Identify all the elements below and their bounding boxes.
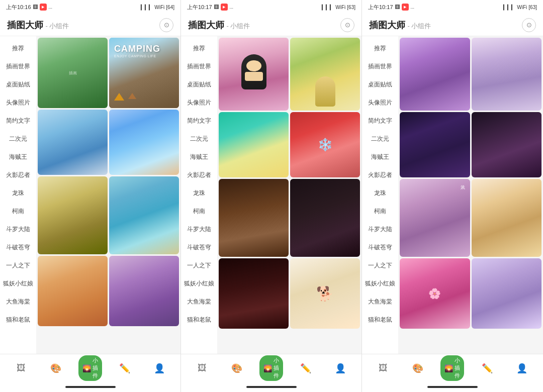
- sidebar-item-tomjerry-1[interactable]: 猫和老鼠: [0, 311, 36, 329]
- sidebar-item-conan-1[interactable]: 柯南: [0, 202, 36, 220]
- sidebar-item-portrait-3[interactable]: 头像照片: [362, 93, 398, 112]
- nav-edit-2[interactable]: ✏️: [294, 363, 318, 374]
- sidebar-item-portrait-2[interactable]: 头像照片: [181, 93, 217, 112]
- nav-profile-1[interactable]: 👤: [147, 363, 171, 374]
- nav-profile-3[interactable]: 👤: [510, 363, 534, 374]
- sidebar-item-anime-2[interactable]: 二次元: [181, 130, 217, 148]
- image-cell-3-6[interactable]: [472, 179, 542, 257]
- image-cell-2-4[interactable]: ❄️: [290, 112, 360, 177]
- sidebar-item-tomjerry-2[interactable]: 猫和老鼠: [181, 311, 217, 329]
- image-cell-3-4[interactable]: [472, 112, 542, 177]
- image-cell-3-7[interactable]: 🌸: [400, 258, 470, 329]
- sidebar-item-bigfish-1[interactable]: 大鱼海棠: [0, 292, 36, 311]
- sidebar-item-bigfish-3[interactable]: 大鱼海棠: [362, 292, 398, 311]
- sidebar-item-foxspirit-1[interactable]: 狐妖小红娘: [0, 274, 36, 292]
- image-cell-1-8[interactable]: [109, 256, 179, 326]
- sidebar-item-yirenzhixia-1[interactable]: 一人之下: [0, 256, 36, 274]
- image-cell-1-1[interactable]: 插画: [38, 38, 108, 108]
- sidebar-item-text-1[interactable]: 简约文字: [0, 112, 36, 130]
- sidebar-item-dragonball-3[interactable]: 龙珠: [362, 184, 398, 202]
- sidebar-item-illustration-2[interactable]: 插画世界: [181, 57, 217, 75]
- settings-icon-1[interactable]: ⊙: [159, 18, 173, 32]
- image-cell-3-3[interactable]: [400, 112, 470, 177]
- nav-profile-2[interactable]: 👤: [328, 363, 352, 374]
- image-cell-3-5[interactable]: 凤浓: [400, 179, 470, 257]
- sidebar-item-recommend-2[interactable]: 推荐: [181, 39, 217, 57]
- sidebar-item-naruto-1[interactable]: 火影忍者: [0, 166, 36, 184]
- sidebar-item-douluodalu-1[interactable]: 斗罗大陆: [0, 220, 36, 238]
- sidebar-item-douluodalu-3[interactable]: 斗罗大陆: [362, 220, 398, 238]
- edit-icon-2: ✏️: [300, 363, 311, 374]
- image-cell-2-2[interactable]: [290, 38, 360, 111]
- image-cell-3-1[interactable]: [400, 38, 470, 111]
- image-cell-3-8[interactable]: [472, 258, 542, 329]
- sidebar-item-doubrocangqiong-1[interactable]: 斗破苍穹: [0, 238, 36, 256]
- sidebar-item-douluodalu-2[interactable]: 斗罗大陆: [181, 220, 217, 238]
- nav-gallery-1[interactable]: 🖼: [9, 363, 33, 374]
- time-2: 上午10:17: [187, 4, 212, 11]
- image-cell-1-7[interactable]: [38, 256, 108, 326]
- nav-widget-3[interactable]: 🌄 小插件: [440, 363, 465, 374]
- nav-widget-1[interactable]: 🌄 小插件: [78, 363, 102, 374]
- sidebar-item-sticker-1[interactable]: 桌面贴纸: [0, 75, 36, 93]
- sidebar-item-tomjerry-3[interactable]: 猫和老鼠: [362, 311, 398, 329]
- sidebar-item-naruto-2[interactable]: 火影忍者: [181, 166, 217, 184]
- image-cell-2-1[interactable]: [219, 38, 289, 111]
- nav-gallery-3[interactable]: 🖼: [371, 363, 395, 374]
- image-cell-3-2[interactable]: [472, 38, 542, 111]
- sidebar-item-illustration-3[interactable]: 插画世界: [362, 57, 398, 75]
- nav-art-2[interactable]: 🎨: [225, 363, 249, 374]
- wifi-3: WiFi: [517, 5, 527, 10]
- sidebar-3: 推荐 插画世界 桌面贴纸 头像照片 简约文字 二次元 海贼王 火影忍者 龙珠 柯…: [362, 36, 398, 354]
- signal-2: ▎▎▎: [322, 5, 334, 10]
- sidebar-item-anime-1[interactable]: 二次元: [0, 130, 36, 148]
- sidebar-item-onepiece-1[interactable]: 海贼王: [0, 148, 36, 166]
- nav-gallery-2[interactable]: 🖼: [190, 363, 214, 374]
- sidebar-item-sticker-3[interactable]: 桌面贴纸: [362, 75, 398, 93]
- sidebar-item-onepiece-3[interactable]: 海贼王: [362, 148, 398, 166]
- sidebar-item-anime-3[interactable]: 二次元: [362, 130, 398, 148]
- battery-1: [64]: [166, 5, 174, 10]
- image-cell-1-5[interactable]: [38, 176, 108, 254]
- nav-art-3[interactable]: 🎨: [406, 363, 430, 374]
- nav-edit-3[interactable]: ✏️: [475, 363, 499, 374]
- sidebar-item-text-2[interactable]: 简约文字: [181, 112, 217, 130]
- sidebar-item-dragonball-1[interactable]: 龙珠: [0, 184, 36, 202]
- image-cell-2-6[interactable]: [290, 179, 360, 257]
- status-bar-2: 上午10:17 🅱 ▶ ... ▎▎▎ WiFi [63]: [181, 0, 361, 14]
- profile-icon-1: 👤: [154, 363, 165, 374]
- sidebar-item-sticker-2[interactable]: 桌面贴纸: [181, 75, 217, 93]
- image-cell-1-2[interactable]: CAMPING ENJOY CAMPING LIFE: [109, 38, 179, 108]
- sidebar-item-bigfish-2[interactable]: 大鱼海棠: [181, 292, 217, 311]
- image-cell-2-8[interactable]: 🐕: [290, 258, 360, 329]
- sidebar-item-illustration-1[interactable]: 插画世界: [0, 57, 36, 75]
- sidebar-item-onepiece-2[interactable]: 海贼王: [181, 148, 217, 166]
- sidebar-item-naruto-3[interactable]: 火影忍者: [362, 166, 398, 184]
- sidebar-item-recommend-3[interactable]: 推荐: [362, 39, 398, 57]
- nav-widget-2[interactable]: 🌄 小插件: [259, 363, 283, 374]
- image-cell-1-6[interactable]: [109, 176, 179, 254]
- home-bar-2: [246, 386, 297, 388]
- sidebar-item-yirenzhixia-3[interactable]: 一人之下: [362, 256, 398, 274]
- image-cell-1-3[interactable]: [38, 110, 108, 175]
- sidebar-item-conan-3[interactable]: 柯南: [362, 202, 398, 220]
- home-indicator-1: [0, 382, 180, 392]
- image-cell-2-7[interactable]: [219, 258, 289, 329]
- sidebar-item-foxspirit-2[interactable]: 狐妖小红娘: [181, 274, 217, 292]
- nav-edit-1[interactable]: ✏️: [113, 363, 137, 374]
- sidebar-item-doubrocangqiong-3[interactable]: 斗破苍穹: [362, 238, 398, 256]
- sidebar-item-doubrocangqiong-2[interactable]: 斗破苍穹: [181, 238, 217, 256]
- sidebar-item-foxspirit-3[interactable]: 狐妖小红娘: [362, 274, 398, 292]
- nav-art-1[interactable]: 🎨: [44, 363, 68, 374]
- image-cell-2-5[interactable]: [219, 179, 289, 257]
- sidebar-item-portrait-1[interactable]: 头像照片: [0, 93, 36, 112]
- sidebar-item-text-3[interactable]: 简约文字: [362, 112, 398, 130]
- image-cell-1-4[interactable]: [109, 110, 179, 175]
- settings-icon-3[interactable]: ⊙: [522, 18, 536, 32]
- settings-icon-2[interactable]: ⊙: [340, 18, 354, 32]
- sidebar-item-conan-2[interactable]: 柯南: [181, 202, 217, 220]
- sidebar-item-yirenzhixia-2[interactable]: 一人之下: [181, 256, 217, 274]
- sidebar-item-dragonball-2[interactable]: 龙珠: [181, 184, 217, 202]
- sidebar-item-recommend-1[interactable]: 推荐: [0, 39, 36, 57]
- image-cell-2-3[interactable]: [219, 112, 289, 177]
